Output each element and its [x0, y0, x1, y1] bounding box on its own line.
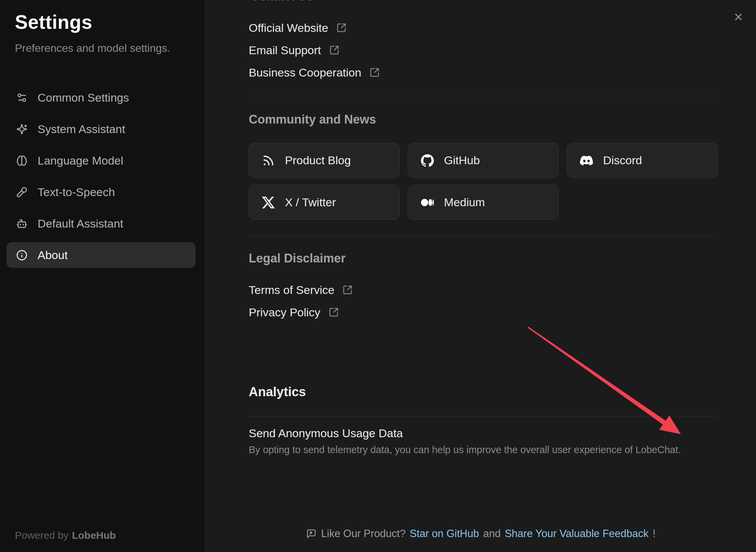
sliders-icon — [16, 92, 27, 103]
sidebar-item-about[interactable]: About — [6, 242, 196, 268]
contact-us-heading: Contact Us — [250, 0, 313, 3]
sidebar-item-label: System Assistant — [38, 123, 125, 136]
sidebar-item-system-assistant[interactable]: System Assistant — [6, 116, 196, 142]
external-link-icon — [370, 67, 380, 78]
close-icon — [733, 12, 744, 22]
link-label[interactable]: Email Support — [249, 44, 321, 57]
settings-modal: Settings Preferences and model settings.… — [0, 0, 756, 552]
close-button[interactable] — [733, 12, 744, 22]
footer-text-pre: Like Our Product? — [321, 528, 406, 540]
sidebar-item-label: Text-to-Speech — [38, 186, 115, 199]
sidebar-item-text-to-speech[interactable]: Text-to-Speech — [6, 179, 196, 205]
send-usage-data-description: By opting to send telemetry data, you ca… — [249, 444, 681, 455]
community-heading: Community and News — [249, 112, 376, 127]
external-link-icon — [342, 285, 353, 295]
sidebar-item-language-model[interactable]: Language Model — [6, 148, 196, 173]
sparkles-icon — [16, 124, 27, 135]
section-divider — [249, 416, 718, 417]
button-label: Product Blog — [285, 154, 351, 167]
sidebar-menu: Common Settings System Assistant Languag… — [6, 85, 196, 268]
link-label[interactable]: Privacy Policy — [249, 306, 320, 319]
feedback-bubble-icon — [306, 529, 316, 539]
external-link-icon — [329, 45, 339, 55]
business-cooperation-link[interactable]: Business Cooperation — [249, 65, 380, 80]
powered-by-prefix: Powered by — [15, 530, 68, 541]
sidebar-item-common-settings[interactable]: Common Settings — [6, 85, 196, 110]
email-support-link[interactable]: Email Support — [249, 43, 339, 58]
legal-heading: Legal Disclaimer — [249, 251, 346, 266]
button-label: Discord — [603, 154, 642, 167]
settings-sidebar: Settings Preferences and model settings.… — [0, 0, 205, 552]
share-feedback-link[interactable]: Share Your Valuable Feedback — [505, 528, 648, 540]
privacy-policy-link[interactable]: Privacy Policy — [249, 305, 339, 320]
section-divider — [249, 235, 718, 236]
discord-button[interactable]: Discord — [567, 143, 718, 178]
external-link-icon — [329, 307, 339, 317]
send-usage-data-label: Send Anonymous Usage Data — [249, 427, 403, 440]
info-icon — [16, 250, 27, 261]
sidebar-item-label: Common Settings — [38, 91, 129, 104]
lobehub-brand: LobeHub — [72, 530, 116, 541]
sidebar-item-label: Language Model — [38, 154, 123, 167]
bot-icon — [16, 218, 27, 229]
about-panel: Contact Us Official Website Email Suppor… — [206, 0, 756, 552]
medium-icon — [421, 196, 434, 209]
x-twitter-icon — [262, 196, 275, 209]
button-label: Medium — [444, 196, 485, 209]
sidebar-item-label: About — [38, 249, 68, 262]
sidebar-item-default-assistant[interactable]: Default Assistant — [6, 211, 196, 236]
footer-text-and: and — [483, 528, 501, 540]
mic-icon — [16, 187, 27, 198]
official-website-link[interactable]: Official Website — [249, 20, 347, 35]
powered-by: Powered byLobeHub — [15, 530, 116, 541]
footer-text-suffix: ! — [653, 528, 656, 540]
section-divider — [249, 96, 718, 96]
brain-icon — [16, 155, 27, 166]
product-footer: Like Our Product? Star on GitHub and Sha… — [206, 528, 756, 540]
link-label[interactable]: Business Cooperation — [249, 66, 361, 79]
github-icon — [421, 154, 434, 167]
product-blog-button[interactable]: Product Blog — [249, 143, 400, 178]
star-on-github-link[interactable]: Star on GitHub — [410, 528, 479, 540]
button-label: X / Twitter — [285, 196, 336, 209]
link-label[interactable]: Official Website — [249, 21, 328, 35]
discord-icon — [580, 154, 593, 167]
medium-button[interactable]: Medium — [408, 185, 559, 220]
x-twitter-button[interactable]: X / Twitter — [249, 185, 400, 220]
github-button[interactable]: GitHub — [408, 143, 559, 178]
link-label[interactable]: Terms of Service — [249, 283, 334, 297]
page-title: Settings — [15, 11, 92, 33]
page-subtitle: Preferences and model settings. — [15, 42, 170, 55]
button-label: GitHub — [444, 154, 480, 167]
community-buttons: Product Blog GitHub Discord X / Twitter … — [249, 143, 718, 220]
terms-of-service-link[interactable]: Terms of Service — [249, 282, 353, 297]
sidebar-item-label: Default Assistant — [38, 217, 123, 230]
analytics-heading: Analytics — [249, 385, 306, 399]
rss-icon — [262, 154, 275, 167]
external-link-icon — [336, 23, 347, 33]
